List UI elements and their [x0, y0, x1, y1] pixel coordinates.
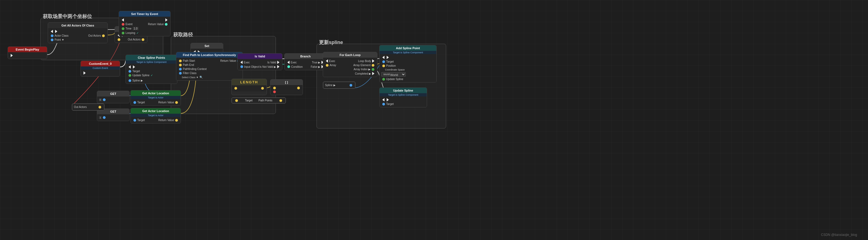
- target-pin[interactable]: [133, 101, 136, 104]
- add-spline-node[interactable]: Add Spline Point Target is Spline Compon…: [379, 45, 437, 83]
- spline-out-pin[interactable]: [128, 79, 131, 82]
- out-pin[interactable]: [103, 99, 105, 101]
- out-actors-label: Out Actors: [68, 34, 101, 37]
- out-pin[interactable]: [103, 116, 105, 119]
- get-0-node[interactable]: GET 0: [97, 91, 130, 103]
- exec-out-pin[interactable]: [277, 61, 279, 64]
- loop-body-pin[interactable]: [372, 59, 374, 62]
- idx-red-pin[interactable]: [273, 90, 276, 93]
- get-actor-loc-2-header: Get Actor Location: [131, 108, 181, 114]
- exec-in-pin[interactable]: [287, 61, 289, 64]
- set-in-pin[interactable]: [118, 38, 120, 41]
- spline-var-node[interactable]: Spline ▶: [323, 81, 355, 89]
- get-all-actors-node[interactable]: Get All Actors Of Class Actor Class Out …: [48, 22, 108, 43]
- out-actors-var-node[interactable]: Out Actors: [72, 103, 104, 111]
- index-node[interactable]: [ ]: [270, 79, 303, 95]
- condition-pin[interactable]: [287, 65, 290, 68]
- path-end-pin[interactable]: [179, 64, 182, 66]
- array-in-pin[interactable]: [326, 64, 329, 67]
- exec-in-pin[interactable]: [382, 98, 384, 101]
- out-actors-pin[interactable]: [102, 34, 105, 37]
- exec-label: Exec: [244, 61, 250, 64]
- path-points-node[interactable]: Target Path Points: [231, 97, 286, 104]
- set-timer-label: Set Timer by Event: [131, 12, 158, 16]
- time-label: Time: [126, 27, 131, 30]
- exec-out-pin[interactable]: [165, 18, 167, 22]
- exec-in-pin[interactable]: [240, 61, 243, 64]
- array-elem-pin[interactable]: [372, 64, 374, 67]
- exec-in-pin[interactable]: [382, 56, 384, 59]
- set-timer-node[interactable]: Set Timer by Event Event Return Value Ti…: [119, 11, 170, 36]
- filter-pin[interactable]: [179, 72, 182, 75]
- watermark: CSDN @tianxiaojie_blog: [821, 233, 857, 237]
- update-check[interactable]: [151, 74, 153, 77]
- find-path-label: Find Path to Location Synchronously: [183, 53, 236, 57]
- exec-out-pin[interactable]: [386, 56, 389, 59]
- idx-out[interactable]: [297, 87, 300, 89]
- set-out-pin[interactable]: [142, 38, 144, 41]
- exec-in-pin[interactable]: [122, 18, 124, 22]
- time-pin[interactable]: [122, 27, 124, 30]
- branch-node[interactable]: Branch Exec True ▶ Condition False ▶: [284, 53, 327, 70]
- event-pin[interactable]: [122, 23, 124, 26]
- actor-class-pin[interactable]: [51, 34, 54, 37]
- return-pin[interactable]: [175, 119, 178, 122]
- update-pin[interactable]: [382, 78, 385, 81]
- get-actor-loc-1-node[interactable]: Get Actor Location Target is Actor Targe…: [130, 90, 181, 106]
- foreach-node[interactable]: For Each Loop Exec Loop Body Array Array…: [323, 52, 377, 77]
- exec-in-pin[interactable]: [51, 30, 53, 33]
- out-actors-var-label: Out Actors: [74, 106, 87, 108]
- is-valid-node[interactable]: Is Valid Exec Is Valid Input Object Is N…: [238, 53, 282, 70]
- return-label: Return Value: [195, 59, 236, 62]
- length-node[interactable]: LENGTH: [231, 79, 267, 95]
- path-start-pin[interactable]: [179, 60, 182, 62]
- exec-in-pin[interactable]: [128, 65, 131, 69]
- exec-out-pin[interactable]: [11, 54, 13, 57]
- exec-out-pin[interactable]: [55, 30, 57, 33]
- return-pin[interactable]: [175, 101, 178, 104]
- clear-spline-node[interactable]: Clear Spline Points Target is Spline Com…: [126, 55, 177, 84]
- target-pin[interactable]: [128, 70, 131, 73]
- target-in-pin[interactable]: [235, 99, 238, 102]
- return-pin[interactable]: [165, 23, 167, 26]
- find-path-node[interactable]: Find Path to Location Synchronously Path…: [176, 52, 243, 81]
- update-pin[interactable]: [128, 74, 131, 77]
- exec-in-pin[interactable]: [326, 59, 328, 62]
- completed-pin[interactable]: [372, 72, 374, 75]
- array-idx-pin[interactable]: [372, 68, 374, 71]
- get-actor-loc-1-subtitle: Target is Actor: [131, 96, 181, 99]
- region-actors-title: 获取场景中两个坐标位: [43, 13, 92, 20]
- get-actor-loc-2-node[interactable]: Get Actor Location Target is Actor Targe…: [130, 108, 181, 124]
- exec-out-pin[interactable]: [386, 98, 389, 101]
- looping-pin[interactable]: [122, 32, 124, 34]
- exec-out-pin[interactable]: [84, 71, 86, 75]
- exec-out-pin[interactable]: [133, 65, 135, 69]
- update-label: Update Spline: [386, 78, 403, 81]
- point-pin[interactable]: [51, 38, 54, 41]
- target-pin[interactable]: [382, 103, 385, 106]
- target-label: Target: [132, 70, 140, 73]
- target-pin[interactable]: [133, 119, 136, 122]
- length-out-pin[interactable]: [261, 87, 264, 90]
- target-pin[interactable]: [382, 60, 385, 63]
- event-label: Event: [126, 23, 133, 26]
- target-label: Target: [137, 118, 145, 122]
- pathfinding-pin[interactable]: [179, 68, 182, 71]
- length-in-pin[interactable]: [235, 87, 237, 90]
- spline-var-pin[interactable]: [349, 84, 352, 87]
- event-beginplay-node[interactable]: Event BeginPlay: [8, 47, 47, 59]
- array-idx-label: Array Index ▶: [325, 68, 371, 71]
- not-valid-pin[interactable]: [277, 65, 279, 68]
- get-0-index: 0: [99, 98, 102, 101]
- update-spline-subtitle: Target is Spline Component: [379, 93, 427, 97]
- update-spline-node[interactable]: Update Spline Target is Spline Component…: [379, 87, 427, 107]
- path-points-pin[interactable]: [279, 99, 282, 102]
- input-obj-pin[interactable]: [240, 65, 243, 68]
- out-actors-var-pin[interactable]: [98, 106, 101, 108]
- custom-event-node[interactable]: CustomEvent_0 Custom Event: [81, 61, 120, 77]
- exec-label: Exec: [290, 61, 297, 64]
- idx-in[interactable]: [273, 87, 276, 89]
- looping-check[interactable]: [136, 31, 138, 34]
- position-pin[interactable]: [382, 64, 385, 67]
- position-label: Position: [386, 64, 396, 67]
